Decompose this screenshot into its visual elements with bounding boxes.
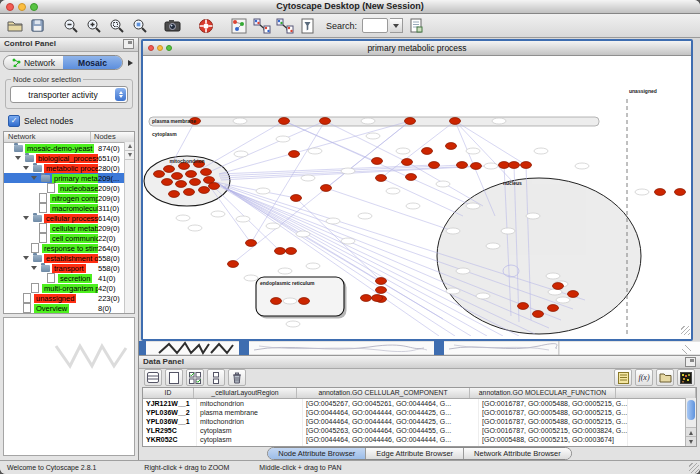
tree-row[interactable]: establishment of lo558(0) [4, 253, 134, 263]
network-node[interactable] [376, 287, 387, 294]
tree-row[interactable]: cellular process614(0) [4, 213, 134, 223]
zoom-window-button[interactable] [30, 3, 38, 11]
network-node[interactable] [568, 291, 579, 298]
network-node[interactable] [518, 303, 529, 310]
tree-scrollbar[interactable] [124, 142, 134, 313]
network-node[interactable] [299, 298, 310, 305]
network-node[interactable] [429, 162, 440, 169]
network-node[interactable] [499, 162, 510, 169]
network-node[interactable] [289, 151, 300, 158]
tree-col-nodes[interactable]: Nodes [91, 132, 134, 142]
tree-row[interactable]: secretion41(0) [4, 273, 134, 283]
network-node[interactable] [405, 118, 416, 125]
table-scrollbar[interactable] [685, 398, 696, 446]
tree-row[interactable]: cellular metabol209(0) [4, 223, 134, 233]
snapshot-button[interactable] [162, 16, 183, 36]
network-node[interactable] [372, 158, 383, 165]
window-fragment-edge[interactable] [239, 341, 249, 355]
tree-row[interactable]: nitrogen compo209(0) [4, 193, 134, 203]
tab-network[interactable]: Network [4, 56, 63, 69]
append-document-button[interactable] [405, 16, 426, 36]
network-node[interactable] [321, 185, 332, 192]
new-attribute-button[interactable] [165, 369, 183, 386]
window-resize-grip[interactable] [689, 463, 699, 473]
network-node[interactable] [164, 166, 175, 173]
table-scroll-down-icon[interactable] [686, 436, 696, 446]
table-row[interactable]: YLR295Ccytoplasm[GO:0045263, GO:0044464,… [143, 426, 696, 435]
float-panel-icon[interactable] [123, 39, 134, 49]
table-row[interactable]: YPL036W__2plasma membrane[GO:0044464, GO… [143, 408, 696, 417]
network-node[interactable] [279, 118, 290, 125]
network-node[interactable] [154, 171, 165, 178]
network-node[interactable] [446, 143, 457, 150]
network-node[interactable] [201, 169, 212, 176]
layout-copy-button[interactable] [251, 16, 272, 36]
column-header[interactable]: annotation.GO MOLECULAR_FUNCTION [470, 388, 616, 398]
network-node[interactable] [675, 189, 686, 196]
attribute-table-button[interactable] [144, 369, 162, 386]
network-frame-titlebar[interactable]: primary metabolic process [143, 41, 691, 56]
tree-row[interactable]: biological_process651(0) [4, 153, 134, 163]
delete-attribute-button[interactable] [228, 369, 246, 386]
zoom-fit-button[interactable] [129, 16, 150, 36]
window-fragment-edge[interactable] [139, 341, 146, 355]
float-data-panel-icon[interactable] [685, 357, 696, 367]
network-node[interactable] [402, 159, 413, 166]
open-file-button[interactable] [4, 16, 25, 36]
network-node[interactable] [228, 261, 239, 268]
tab-mosaic[interactable]: Mosaic [63, 56, 122, 69]
network-view-frame[interactable]: primary metabolic process plasma membran… [141, 39, 693, 341]
network-node[interactable] [509, 162, 520, 169]
expander-icon[interactable] [23, 166, 29, 170]
tree-row[interactable]: mosaic-demo-yeast874(0) [4, 143, 134, 153]
expander-icon[interactable] [15, 156, 21, 160]
network-node[interactable] [286, 248, 297, 255]
select-nodes-checkbox[interactable]: ✓ [8, 115, 20, 127]
table-row[interactable]: YKR052Ccytoplasm[GO:0044464, GO:0044446,… [143, 435, 696, 444]
expander-icon[interactable] [31, 266, 37, 270]
network-node[interactable] [184, 189, 195, 196]
tree-row[interactable]: nucleobase-209(0) [4, 183, 134, 193]
frame-close-button[interactable] [148, 45, 154, 51]
network-node[interactable] [199, 187, 210, 194]
expander-icon[interactable] [23, 216, 29, 220]
network-node[interactable] [471, 163, 482, 170]
tree-row[interactable]: macromolecule311(0) [4, 203, 134, 213]
zoom-in-button[interactable] [83, 16, 104, 36]
table-row[interactable]: YPL036W__1mitochondrion[GO:0044464, GO:0… [143, 417, 696, 426]
help-button[interactable] [195, 16, 216, 36]
expander-icon[interactable] [31, 176, 37, 180]
layout-move-button[interactable] [274, 16, 295, 36]
network-node[interactable] [186, 171, 197, 178]
network-node[interactable] [533, 311, 544, 318]
node-color-dropdown[interactable]: transporter activity [10, 86, 128, 103]
network-node[interactable] [361, 295, 372, 302]
tree-row[interactable]: Overview8(0) [4, 303, 134, 313]
vizmapper-button[interactable] [228, 16, 249, 36]
more-tabs-button[interactable] [125, 57, 135, 69]
window-fragment-edge[interactable] [434, 341, 444, 355]
network-node[interactable] [246, 240, 257, 247]
tree-row[interactable]: cell communicat22(0) [4, 233, 134, 243]
network-node[interactable] [553, 283, 564, 290]
network-node[interactable] [372, 295, 383, 302]
network-node[interactable] [422, 148, 433, 155]
network-node[interactable] [162, 179, 173, 186]
network-node[interactable] [169, 191, 180, 198]
network-node[interactable] [172, 173, 183, 180]
network-node[interactable] [320, 118, 331, 125]
network-node[interactable] [521, 162, 532, 169]
close-button[interactable] [6, 3, 14, 11]
network-node[interactable] [190, 179, 201, 186]
search-dropdown-button[interactable] [390, 18, 403, 33]
network-node[interactable] [457, 162, 468, 169]
column-header[interactable]: ID [143, 388, 194, 398]
browser-tab[interactable]: Network Attribute Browser [463, 448, 571, 459]
attribute-matrix-button[interactable] [677, 369, 695, 386]
frame-minimize-button[interactable] [157, 45, 163, 51]
column-header[interactable]: annotation.GO CELLULAR_COMPONENT [297, 388, 470, 398]
scroll-down-icon[interactable] [125, 151, 134, 160]
network-node[interactable] [209, 183, 220, 190]
minimize-button[interactable] [18, 3, 26, 11]
network-node[interactable] [548, 305, 559, 312]
